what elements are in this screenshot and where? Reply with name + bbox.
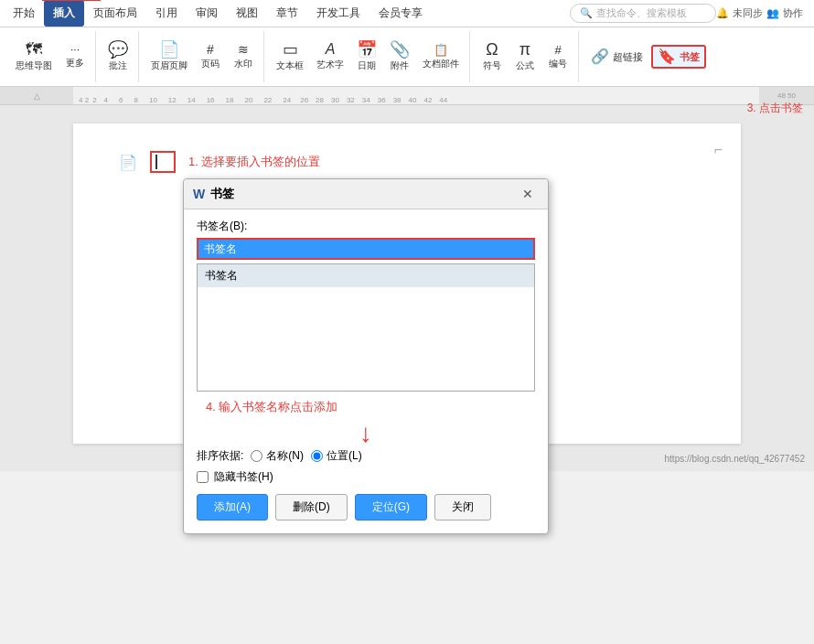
hide-bookmarks-label: 隐藏书签(H) (214, 469, 273, 485)
date-label: 日期 (358, 59, 376, 72)
ribbon-tools-bar: 🗺 思维导图 ··· 更多 💬 批注 📄 页眉页脚 (0, 27, 814, 86)
dialog-title-text: 书签 (210, 186, 234, 202)
header-footer-label: 页眉页脚 (151, 59, 187, 72)
cursor-box (150, 151, 176, 173)
watermark-text: https://blog.csdn.net/qq_42677452 (665, 454, 805, 464)
step4-arrow: ↓ (197, 419, 535, 448)
attach-label: 附件 (391, 59, 409, 72)
delete-bookmark-button[interactable]: 删除(D) (275, 494, 348, 521)
ruler: △ 4 2 2 4 6 8 10 12 14 16 18 20 22 24 26… (0, 87, 814, 105)
ruler-tick: 6 (113, 96, 128, 104)
sort-name-label: 名称(N) (266, 448, 304, 464)
ruler-tick: 22 (258, 96, 277, 104)
bookmark-button[interactable]: 🔖 书签 (651, 45, 706, 69)
numbering-label: 编号 (549, 58, 567, 70)
list-item[interactable]: 书签名 (198, 264, 534, 287)
ribbon-right-tools: 🔔 未同步 👥 协作 (716, 6, 810, 20)
more-button[interactable]: ··· 更多 (60, 41, 90, 72)
attach-icon: 📎 (390, 41, 410, 58)
ruler-tick: 2 (91, 96, 98, 104)
docpart-button[interactable]: 📋 文档部件 (418, 41, 464, 73)
group-mindmap: 🗺 思维导图 ··· 更多 (5, 31, 96, 82)
group-hyperlink: 🔗 超链接 🔖 书签 (581, 31, 712, 82)
tab-review[interactable]: 审阅 (187, 0, 227, 27)
date-button[interactable]: 📅 日期 (352, 38, 381, 75)
sort-name-radio[interactable] (251, 450, 262, 462)
dialog-close-button[interactable]: ✕ (517, 185, 539, 203)
bookmark-name-input[interactable] (197, 238, 535, 260)
ruler-tick: 44 (435, 96, 451, 104)
tab-view[interactable]: 视图 (227, 0, 267, 27)
ruler-tick: 38 (390, 96, 405, 104)
tab-insert[interactable]: 插入 2. 选择插入 (44, 0, 84, 27)
close-dialog-button[interactable]: 关闭 (434, 494, 491, 521)
bookmark-list[interactable]: 书签名 (197, 263, 535, 392)
numbering-button[interactable]: # 编号 (543, 41, 573, 73)
dialog-body: 书签名(B): 书签名 4. 输入书签名称点击添加 ↓ 排序依据: (184, 209, 548, 533)
ruler-left-icon: △ (34, 91, 40, 101)
sort-row: 排序依据: 名称(N) 位置(L) (197, 448, 535, 464)
tab-dev[interactable]: 开发工具 (307, 0, 370, 27)
textbox-button[interactable]: ▭ 文本框 (272, 38, 308, 75)
ruler-tick: 16 (201, 96, 220, 104)
attach-button[interactable]: 📎 附件 (385, 38, 414, 75)
ruler-tick: 34 (359, 96, 374, 104)
bookmark-icon: 🔖 (658, 49, 676, 64)
header-footer-icon: 📄 (159, 41, 179, 58)
symbol-button[interactable]: Ω 符号 (477, 38, 507, 75)
watermark-icon: ≋ (238, 43, 249, 56)
mindmap-icon: 🗺 (26, 41, 42, 58)
header-footer-button[interactable]: 📄 页眉页脚 (146, 38, 192, 75)
tab-vip[interactable]: 会员专享 (370, 0, 432, 27)
more-label: 更多 (66, 57, 84, 70)
step1-annotation: 1. 选择要插入书签的位置 (188, 154, 320, 170)
formula-label: 公式 (516, 59, 534, 72)
go-to-bookmark-button[interactable]: 定位(G) (355, 494, 427, 521)
comment-button[interactable]: 💬 批注 (103, 38, 133, 75)
hyperlink-button[interactable]: 🔗 超链接 (586, 47, 648, 67)
sort-label: 排序依据: (197, 448, 243, 464)
textbox-icon: ▭ (283, 41, 298, 58)
page-num-icon: # (207, 43, 214, 56)
unsync-label[interactable]: 未同步 (733, 6, 763, 20)
sort-by-position[interactable]: 位置(L) (311, 448, 362, 464)
group-header-footer: 📄 页眉页脚 # 页码 ≋ 水印 (141, 31, 264, 82)
watermark-label: 水印 (234, 58, 252, 70)
sync-icon: 🔔 (716, 7, 729, 19)
ruler-tick: 4 (99, 96, 113, 104)
ribbon-tab-bar: 开始 插入 2. 选择插入 页面布局 引用 审阅 视图 章节 开发工具 会员专享… (0, 0, 814, 27)
doc-icon: 📄 (119, 154, 137, 171)
textbox-label: 文本框 (276, 59, 304, 72)
bookmark-label: 书签 (680, 50, 700, 64)
comment-icon: 💬 (108, 41, 128, 58)
hide-bookmarks-checkbox[interactable] (197, 471, 209, 483)
ruler-tick: 30 (327, 96, 343, 104)
ruler-tick: 42 (420, 96, 435, 104)
comment-label: 批注 (109, 59, 127, 72)
ruler-tick: 28 (312, 96, 327, 104)
tab-layout[interactable]: 页面布局 (84, 0, 146, 27)
watermark-button[interactable]: ≋ 水印 (229, 40, 258, 73)
ruler-tick: 36 (374, 96, 390, 104)
tab-section[interactable]: 章节 (267, 0, 307, 27)
page-corner-mark: ⌐ (714, 142, 723, 158)
add-bookmark-button[interactable]: 添加(A) (197, 494, 268, 521)
mindmap-button[interactable]: 🗺 思维导图 (11, 38, 57, 75)
tab-references[interactable]: 引用 (146, 0, 187, 27)
page-num-button[interactable]: # 页码 (196, 40, 225, 73)
ruler-tick: 20 (239, 96, 258, 104)
formula-button[interactable]: π 公式 (510, 38, 540, 75)
tab-home[interactable]: 开始 (4, 0, 44, 27)
search-bar[interactable]: 🔍 查找命令、搜索模板 (570, 4, 716, 23)
step3-annotation: 3. 点击书签 (747, 101, 803, 116)
ruler-tick: 10 (144, 96, 163, 104)
sort-pos-radio[interactable] (311, 450, 323, 462)
arttext-button[interactable]: A 艺术字 (312, 39, 348, 74)
collab-icon: 👥 (766, 7, 779, 19)
more-icon: ··· (70, 44, 80, 55)
sort-by-name[interactable]: 名称(N) (251, 448, 304, 464)
ruler-right-label: 48 50 (777, 91, 796, 100)
collab-label[interactable]: 协作 (783, 6, 803, 20)
group-comment: 💬 批注 (98, 31, 139, 82)
ruler-tick: 14 (182, 96, 201, 104)
